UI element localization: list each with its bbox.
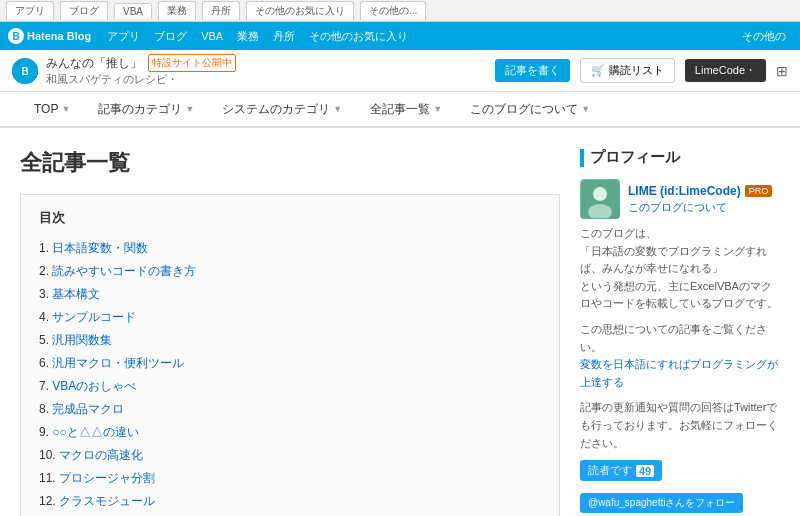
tab-tanjo[interactable]: 丹所 [202, 1, 240, 20]
gnav-item-tanjo[interactable]: 丹所 [267, 26, 301, 47]
tab-gyomu[interactable]: 業務 [158, 1, 196, 20]
gnav-item-others[interactable]: その他のお気に入り [303, 26, 414, 47]
profile-desc-thought: この思想についての記事をご覧ください。 変数を日本語にすればプログラミングが上達… [580, 321, 780, 391]
toc-link-3[interactable]: 基本構文 [52, 287, 100, 301]
gnav-item-vba[interactable]: VBA [195, 27, 229, 45]
toc-link-1[interactable]: 日本語変数・関数 [52, 241, 148, 255]
toc-link-4[interactable]: サンプルコード [52, 310, 136, 324]
toc-link-2[interactable]: 読みやすいコードの書き方 [52, 264, 196, 278]
profile-title-label: プロフィール [590, 148, 680, 167]
toc-item-5: 5. 汎用関数集 [39, 329, 541, 352]
hatena-blog-label: Hatena Blog [27, 30, 91, 42]
toc-item-12: 12. クラスモジュール [39, 490, 541, 513]
toc-item-11: 11. プロシージャ分割 [39, 467, 541, 490]
hatena-logo: B Hatena Blog [8, 28, 91, 44]
subnav-all-articles[interactable]: 全記事一覧▼ [356, 93, 456, 126]
desc-line4: この思想についての記事をご覧ください。 [580, 323, 767, 353]
update-notice: 記事の更新通知や質問の回答はTwitterでも行っております。お気軽にフォローく… [580, 399, 780, 452]
tab-blog[interactable]: ブログ [60, 1, 108, 20]
toc-link-9[interactable]: ○○と△△の違い [52, 425, 139, 439]
subnav-categories[interactable]: 記事のカテゴリ▼ [84, 93, 208, 126]
toc-link-5[interactable]: 汎用関数集 [52, 333, 112, 347]
profile-description: このブログは、 「日本語の変数でプログラミングすれば、みんなが幸せになれる」 と… [580, 225, 780, 313]
twitter-follow-area: 読者です 49 [580, 460, 780, 487]
write-article-button[interactable]: 記事を書く [495, 59, 570, 82]
gnav-item-more[interactable]: その他の [736, 26, 792, 47]
profile-name-area: LIME (id:LimeCode) PRO このブログについて [628, 184, 772, 215]
profile-section-title: プロフィール [580, 148, 780, 167]
desc-line3: という発想の元、主にExcelVBAのマクロやコードを転載しているブログです。 [580, 280, 778, 310]
blog-header: B みんなの「推し」 特設サイト公開中 和風スパゲティのレシピ・ 記事を書く 🛒… [0, 50, 800, 92]
blog-logo-icon: B [12, 58, 38, 84]
gnav-item-blog[interactable]: ブログ [148, 26, 193, 47]
twitter-user-follow-button[interactable]: @wafu_spaghettiさんをフォロー [580, 493, 743, 513]
avatar [580, 179, 620, 219]
main-content: 全記事一覧 目次 1. 日本語変数・関数 2. 読みやすいコードの書き方 3. … [20, 148, 560, 516]
blog-sub-nav: TOP▼ 記事のカテゴリ▼ システムのカテゴリ▼ 全記事一覧▼ このブログについ… [0, 92, 800, 128]
lime-code-button[interactable]: LimeCode・ [685, 59, 766, 82]
desc-line2: 「日本語の変数でプログラミングすれば、みんなが幸せになれる」 [580, 245, 767, 275]
svg-text:B: B [12, 31, 19, 42]
blog-title-area: B みんなの「推し」 特設サイト公開中 和風スパゲティのレシピ・ [12, 54, 236, 87]
sidebar: プロフィール LIME (id:LimeCode) PRO [580, 148, 780, 516]
profile-name[interactable]: LIME (id:LimeCode) [628, 184, 741, 198]
gnav-item-gyomu[interactable]: 業務 [231, 26, 265, 47]
tab-vba[interactable]: VBA [114, 3, 152, 19]
toc-link-10[interactable]: マクロの高速化 [59, 448, 143, 462]
svg-point-5 [593, 187, 607, 201]
buy-list-button[interactable]: 🛒 購読リスト [580, 58, 675, 83]
main-wrapper: 全記事一覧 目次 1. 日本語変数・関数 2. 読みやすいコードの書き方 3. … [0, 128, 800, 516]
toc-item-8: 8. 完成品マクロ [39, 398, 541, 421]
toc-link-8[interactable]: 完成品マクロ [52, 402, 124, 416]
toc-link-7[interactable]: VBAのおしゃべ [52, 379, 136, 393]
toc-list: 1. 日本語変数・関数 2. 読みやすいコードの書き方 3. 基本構文 4. サ… [39, 237, 541, 516]
profile-blog-link[interactable]: このブログについて [628, 200, 772, 215]
follow-button-area: @wafu_spaghettiさんをフォロー [580, 493, 780, 516]
profile-user: LIME (id:LimeCode) PRO このブログについて [580, 179, 780, 219]
browser-tab-bar: アプリ ブログ VBA 業務 丹所 その他のお気に入り その他の... [0, 0, 800, 22]
toc-link-6[interactable]: 汎用マクロ・便利ツール [52, 356, 184, 370]
subnav-top[interactable]: TOP▼ [20, 94, 84, 124]
toc-link-11[interactable]: プロシージャ分割 [59, 471, 155, 485]
twitter-follow-button[interactable]: 読者です 49 [580, 460, 662, 481]
blog-site-info: みんなの「推し」 特設サイト公開中 和風スパゲティのレシピ・ [46, 54, 236, 87]
desc-link[interactable]: 変数を日本語にすればプログラミングが上達する [580, 358, 778, 388]
profile-area: LIME (id:LimeCode) PRO このブログについて このブログは、… [580, 179, 780, 516]
pro-badge: PRO [745, 185, 773, 197]
toc-item-7: 7. VBAのおしゃべ [39, 375, 541, 398]
site-label-badge: 特設サイト公開中 [148, 54, 236, 72]
blog-title: 和風スパゲティのレシピ・ [46, 72, 236, 87]
toc-item-3: 3. 基本構文 [39, 283, 541, 306]
subnav-about[interactable]: このブログについて▼ [456, 93, 604, 126]
tab-others[interactable]: その他のお気に入り [246, 1, 354, 20]
hatena-global-nav: B Hatena Blog アプリ ブログ VBA 業務 丹所 その他のお気に入… [0, 22, 800, 50]
toc-link-12[interactable]: クラスモジュール [59, 494, 155, 508]
profile-section: プロフィール LIME (id:LimeCode) PRO [580, 148, 780, 516]
toc-item-10: 10. マクロの高速化 [39, 444, 541, 467]
subnav-system-categories[interactable]: システムのカテゴリ▼ [208, 93, 356, 126]
blog-site-owner: みんなの「推し」 [46, 55, 142, 72]
blog-header-right: 記事を書く 🛒 購読リスト LimeCode・ ⊞ [495, 58, 788, 83]
gnav-item-app[interactable]: アプリ [101, 26, 146, 47]
toc-item-9: 9. ○○と△△の違い [39, 421, 541, 444]
toc-title: 目次 [39, 209, 541, 227]
cart-icon: 🛒 [591, 64, 605, 77]
buy-list-label: 購読リスト [609, 63, 664, 78]
page-title: 全記事一覧 [20, 148, 560, 178]
toc-item-4: 4. サンプルコード [39, 306, 541, 329]
toc-item-2: 2. 読みやすいコードの書き方 [39, 260, 541, 283]
toc-item-6: 6. 汎用マクロ・便利ツール [39, 352, 541, 375]
twitter-label: 読者です [588, 463, 632, 478]
svg-text:B: B [21, 66, 28, 77]
tab-app[interactable]: アプリ [6, 1, 54, 20]
grid-icon[interactable]: ⊞ [776, 63, 788, 79]
toc-box: 目次 1. 日本語変数・関数 2. 読みやすいコードの書き方 3. 基本構文 4… [20, 194, 560, 516]
follower-count: 49 [636, 465, 654, 477]
toc-item-1: 1. 日本語変数・関数 [39, 237, 541, 260]
desc-line1: このブログは、 [580, 227, 657, 239]
tab-more[interactable]: その他の... [360, 1, 426, 20]
